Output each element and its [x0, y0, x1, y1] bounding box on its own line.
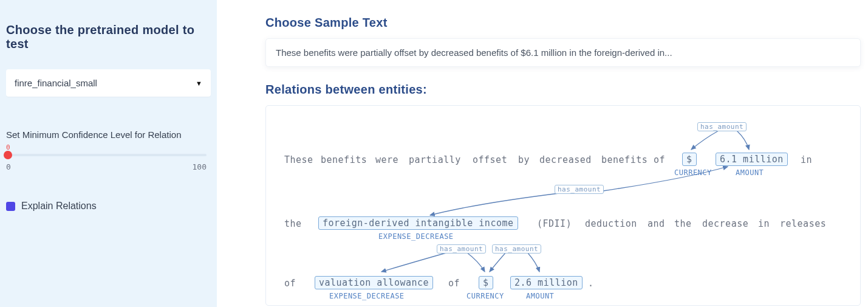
- entity-currency: $: [479, 276, 493, 289]
- entity-type-currency: CURRENCY: [466, 292, 504, 300]
- checkbox-checked-icon: [6, 202, 15, 211]
- explain-relations-checkbox[interactable]: Explain Relations: [6, 201, 211, 212]
- token: offset: [473, 154, 507, 165]
- confidence-value: 0: [6, 143, 211, 151]
- slider-thumb[interactable]: [4, 151, 12, 159]
- relation-label-has-amount: has_amount: [437, 244, 486, 254]
- token: by: [518, 154, 530, 165]
- token: the: [674, 218, 692, 229]
- slider-scale: 0 100: [6, 162, 207, 171]
- token: the: [284, 218, 302, 229]
- sample-text-title: Choose Sample Text: [265, 16, 868, 30]
- slider-min: 0: [6, 162, 11, 171]
- token: decrease: [702, 218, 748, 229]
- token: of: [448, 278, 460, 289]
- entity-amount: 6.1 million: [716, 153, 788, 166]
- token: partially: [409, 154, 461, 165]
- entity-expense-decrease: valuation allowance: [315, 276, 433, 289]
- entity-type-expense-decrease: EXPENSE_DECREASE: [329, 292, 405, 300]
- sample-text-value: These benefits were partially offset by …: [276, 47, 672, 58]
- explain-relations-label: Explain Relations: [21, 201, 97, 212]
- token: .: [588, 278, 594, 289]
- token: benefits: [601, 154, 648, 165]
- token: of: [654, 154, 665, 165]
- slider-max: 100: [193, 162, 207, 171]
- caret-down-icon: ▼: [196, 80, 202, 87]
- entity-currency: $: [682, 153, 697, 166]
- entity-type-expense-decrease: EXPENSE_DECREASE: [378, 232, 454, 241]
- token: releases: [780, 218, 826, 229]
- main-panel: Choose Sample Text These benefits were p…: [217, 0, 868, 307]
- token: in: [801, 154, 812, 165]
- confidence-slider[interactable]: [6, 154, 207, 156]
- entity-amount: 2.6 million: [510, 276, 583, 289]
- entity-type-amount: AMOUNT: [736, 168, 764, 177]
- token: in: [758, 218, 770, 229]
- relation-label-has-amount: has_amount: [555, 185, 604, 194]
- model-selected-value: finre_financial_small: [15, 78, 97, 88]
- token: were: [375, 154, 398, 165]
- token: These: [284, 154, 313, 165]
- entity-type-currency: CURRENCY: [674, 168, 712, 177]
- token: deduction: [585, 218, 637, 229]
- token: decreased: [539, 154, 592, 165]
- entity-type-amount: AMOUNT: [526, 292, 554, 300]
- sample-text-select[interactable]: These benefits were partially offset by …: [265, 38, 861, 67]
- sidebar: Choose the pretrained model to test finr…: [0, 0, 217, 307]
- relation-label-has-amount: has_amount: [492, 244, 541, 254]
- relations-title: Relations between entities:: [265, 83, 868, 97]
- relations-canvas: has_amount has_amount has_amount has_amo…: [265, 105, 861, 306]
- token: benefits: [321, 154, 367, 165]
- entity-expense-decrease: foreign-derived intangible income: [318, 216, 518, 230]
- token: of: [284, 278, 296, 289]
- relation-label-has-amount: has_amount: [697, 122, 747, 131]
- choose-model-title: Choose the pretrained model to test: [6, 23, 211, 51]
- model-select[interactable]: finre_financial_small ▼: [6, 69, 211, 97]
- confidence-label: Set Minimum Confidence Level for Relatio…: [6, 129, 211, 140]
- token: (FDII): [537, 218, 572, 229]
- token: and: [648, 218, 665, 229]
